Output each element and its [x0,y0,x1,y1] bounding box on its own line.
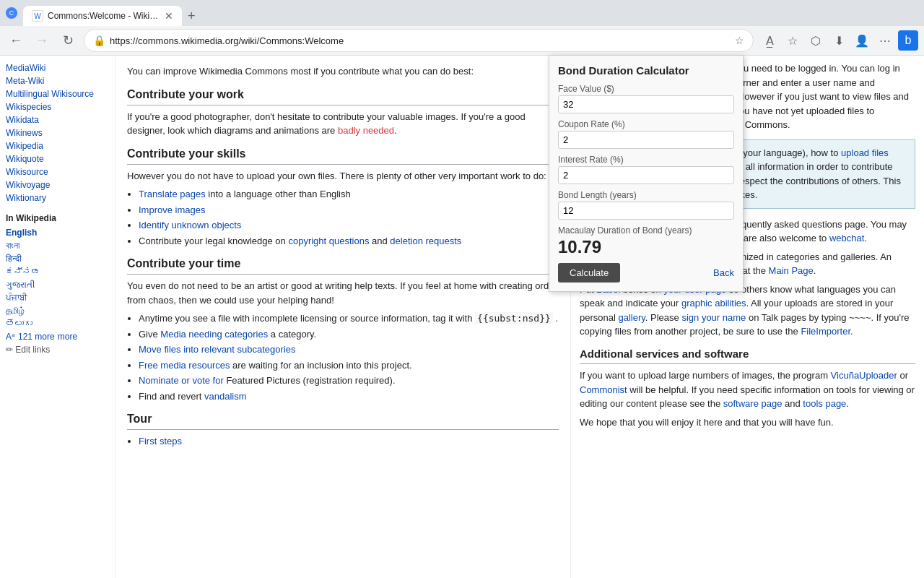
contribute-work-heading: Contribute your work [127,86,559,105]
contrib-work-text2: . [394,125,397,136]
contribute-skills-heading: Contribute your skills [127,145,559,165]
identify-objects-link[interactable]: Identify unknown objects [139,220,241,230]
coupon-rate-label: Coupon Rate (%) [558,119,734,129]
sidebar-item-tamil[interactable]: தமிழ் [0,304,115,317]
address-bar[interactable]: 🔒 ☆ [84,29,754,52]
sidebar-item-gujarati[interactable]: ગુજરાતી [0,278,115,291]
calculate-button[interactable]: Calculate [558,263,620,282]
vicuna-link[interactable]: VicuñaUploader [831,370,897,381]
translate-pages-link[interactable]: Translate pages [139,189,206,199]
main-page-link[interactable]: Main Page [769,265,814,276]
free-media-link[interactable]: Free media resources [139,360,230,371]
downloads-button[interactable]: ⬇ [829,30,849,51]
bond-length-input[interactable] [558,202,734,220]
list-item: Identify unknown objects [139,218,559,233]
sidebar-item[interactable]: Wikipedia [0,139,115,152]
sidebar-item[interactable]: Multilingual Wikisource [0,87,115,100]
list-item: Improve images [139,203,559,217]
vandalism-link[interactable]: vandalism [204,391,247,402]
bing-button[interactable]: b [898,30,918,51]
bond-length-field: Bond Length (years) [558,190,734,220]
contribute-skills-list: Translate pages into a language other th… [139,187,559,248]
more-languages-link[interactable]: Aᵃ 121 more more [0,330,115,343]
interest-rate-field: Interest Rate (%) [558,155,734,184]
menu-button[interactable]: ⋯ [875,30,895,51]
contribute-time-heading: Contribute your time [127,255,559,275]
coupon-rate-field: Coupon Rate (%) [558,119,734,149]
additional-services-section: Additional services and software If you … [580,346,915,430]
tab-bar: C W Commons:Welcome - Wikimed ✕ + [0,0,924,26]
coupon-rate-input[interactable] [558,131,734,149]
url-input[interactable] [110,35,731,46]
sidebar-item-telugu[interactable]: తెలుగు [0,317,115,330]
badly-needed-link[interactable]: badly needed [338,125,394,136]
reading-mode-button[interactable]: A̲ [759,30,780,51]
profile-button[interactable]: 👤 [852,30,872,51]
active-tab[interactable]: W Commons:Welcome - Wikimed ✕ [23,6,182,26]
interest-rate-input[interactable] [558,166,734,184]
back-button[interactable]: ← [6,30,26,51]
sidebar-item[interactable]: Wikidata [0,113,115,126]
nominate-link[interactable]: Nominate or vote for [139,375,224,386]
improve-images-link[interactable]: Improve images [139,204,205,215]
move-files-link[interactable]: Move files into relevant subcategories [139,344,296,355]
extensions-button[interactable]: ⬡ [806,30,826,51]
sidebar-item-bengali[interactable]: বাংলা [0,239,115,252]
deletion-requests-link[interactable]: deletion requests [390,236,461,246]
tour-heading: Tour [127,410,559,430]
browser-chrome: C W Commons:Welcome - Wikimed ✕ + ← → ↻ … [0,0,924,56]
reload-button[interactable]: ↻ [58,30,78,51]
list-item: Free media resources are waiting for an … [139,358,559,373]
result-value: 10.79 [558,237,734,257]
list-item: Give Media needing categories a category… [139,327,559,342]
more-languages-label: 121 more [18,332,55,342]
list-item: First steps [139,434,559,449]
sidebar: MediaWiki Meta-Wiki Multilingual Wikisou… [0,56,116,578]
graphic-abilities-link[interactable]: graphic abilities [681,298,746,309]
star-icon: ☆ [735,35,744,46]
upload-files-link[interactable]: upload files [841,147,889,158]
page-wrapper: MediaWiki Meta-Wiki Multilingual Wikisou… [0,56,924,578]
copyright-questions-link[interactable]: copyright questions [288,236,369,246]
sign-name-link[interactable]: sign your name [681,312,746,323]
additional-para2: We hope that you will enjoy it here and … [580,415,915,430]
sidebar-item[interactable]: Wikispecies [0,100,115,113]
face-value-input[interactable] [558,95,734,113]
commonist-link[interactable]: Commonist [580,384,627,395]
translate-icon: Aᵃ [6,332,15,342]
calculator-title: Bond Duration Calculator [558,64,734,77]
additional-services-heading: Additional services and software [580,346,915,365]
gallery-link[interactable]: gallery [618,312,645,323]
bond-calculator: Bond Duration Calculator Face Value ($) … [549,55,744,292]
media-needing-link[interactable]: Media needing categories [160,329,268,340]
contrib-work-text1: If you're a good photographer, don't hes… [127,111,526,137]
interest-rate-label: Interest Rate (%) [558,155,734,165]
sidebar-item[interactable]: Wiktionary [0,191,115,204]
sidebar-item[interactable]: Wikinews [0,126,115,139]
first-steps-link[interactable]: First steps [139,436,182,447]
new-tab-button[interactable]: + [185,6,199,27]
favorites-button[interactable]: ☆ [783,30,803,51]
fileimporter-link[interactable]: FileImporter [801,326,850,337]
intro-text: You can improve Wikimedia Commons most i… [127,64,559,79]
sidebar-item-punjabi[interactable]: ਪੰਜਾਬੀ [0,291,115,304]
close-tab-button[interactable]: ✕ [165,10,173,22]
sidebar-item-kannada[interactable]: ಕನ್ನಡ [0,265,115,278]
sidebar-item[interactable]: Wikiquote [0,152,115,165]
main-content: You can improve Wikimedia Commons most i… [116,56,570,578]
webchat-link[interactable]: webchat [829,233,864,243]
sidebar-item[interactable]: Wikisource [0,165,115,178]
software-page-link[interactable]: software page [723,398,783,409]
edit-links-button[interactable]: ✏ Edit links [0,343,115,356]
sidebar-item[interactable]: MediaWiki [0,61,115,74]
calculator-buttons: Calculate Back [558,263,734,282]
sidebar-item-hindi[interactable]: हिन्दी [0,252,115,265]
sidebar-item[interactable]: Meta-Wiki [0,74,115,87]
forward-button[interactable]: → [32,30,52,51]
sidebar-item-english[interactable]: English [0,226,115,239]
tools-page-link[interactable]: tools page [803,398,846,409]
contribute-time-para: You even do not need to be an artist or … [127,279,559,307]
more-languages-text: more [58,332,77,342]
back-link[interactable]: Back [713,267,734,278]
sidebar-item[interactable]: Wikivoyage [0,178,115,191]
